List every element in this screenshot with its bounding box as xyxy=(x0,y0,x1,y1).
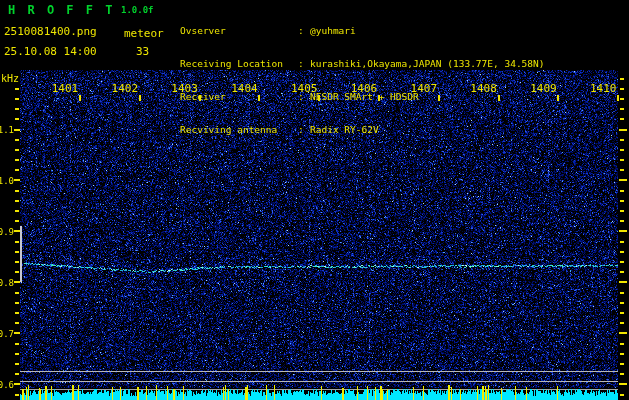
info-value: Radix RY-62V xyxy=(310,124,379,135)
info-row-observer: Ovserver:@yuhmari xyxy=(180,25,545,36)
x-axis-tick-label: 1406 xyxy=(351,82,378,95)
y-axis-tick-label: 0.9 xyxy=(0,227,14,237)
info-colon: : xyxy=(298,58,310,69)
y-axis-unit-label: kHz xyxy=(1,73,19,84)
y-axis-tick-label: 0.7 xyxy=(0,329,14,339)
spectrogram-filename: 2510081400.png xyxy=(4,25,97,38)
x-axis-tick-label: 1402 xyxy=(112,82,139,95)
observation-datetime: 25.10.08 14:00 xyxy=(4,45,97,58)
meteor-count-value: 33 xyxy=(136,45,149,58)
y-axis-tick-label: 1.0 xyxy=(0,176,14,186)
info-label: Ovserver xyxy=(180,25,298,36)
x-axis-tick-label: 1408 xyxy=(470,82,497,95)
meteor-count-label: meteor xyxy=(124,27,164,40)
x-axis-tick-label: 1410 xyxy=(590,82,617,95)
hrofft-screen: H R O F F T 1.0.0f 2510081400.png meteor… xyxy=(0,0,629,400)
info-colon: : xyxy=(298,25,310,36)
info-value: @yuhmari xyxy=(310,25,356,36)
y-axis-tick-label: 0.8 xyxy=(0,278,14,288)
x-axis-tick-label: 1405 xyxy=(291,82,318,95)
info-row-location: Receiving Location:kurashiki,Okayama,JAP… xyxy=(180,58,545,69)
info-colon: : xyxy=(298,124,310,135)
x-axis-tick-label: 1401 xyxy=(52,82,79,95)
info-value: kurashiki,Okayama,JAPAN (133.77E, 34.58N… xyxy=(310,58,545,69)
y-axis-tick-label: 1.1 xyxy=(0,125,14,135)
info-row-antenna: Recviving antenna:Radix RY-62V xyxy=(180,124,545,135)
x-axis-tick-label: 1407 xyxy=(411,82,438,95)
x-axis-tick-label: 1403 xyxy=(171,82,198,95)
app-title: H R O F F T xyxy=(8,3,115,17)
observer-info-block: Ovserver:@yuhmari Receiving Location:kur… xyxy=(180,3,545,157)
info-label: Receiving Location xyxy=(180,58,298,69)
app-version: 1.0.0f xyxy=(121,5,154,15)
x-axis-tick-label: 1409 xyxy=(530,82,557,95)
info-label: Recviving antenna xyxy=(180,124,298,135)
y-axis-tick-label: 0.6 xyxy=(0,380,14,390)
x-axis-tick-label: 1404 xyxy=(231,82,258,95)
